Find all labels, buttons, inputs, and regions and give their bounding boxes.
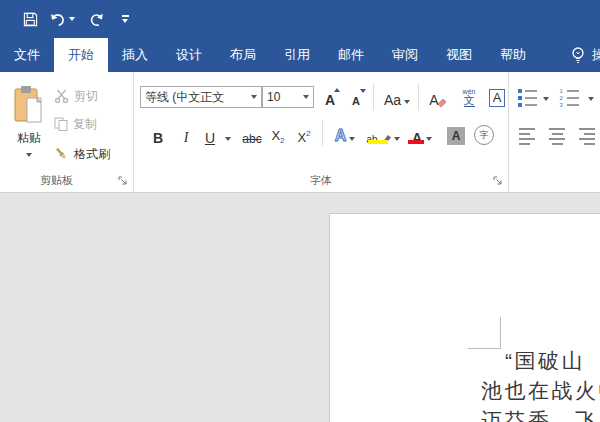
tab-design[interactable]: 设计 (162, 38, 216, 72)
customize-quick-access-icon (122, 15, 129, 23)
save-icon (23, 12, 38, 27)
ribbon-tab-bar: 文件 开始 插入 设计 布局 引用 邮件 审阅 视图 帮助 操作说明搜索 (0, 38, 600, 72)
tab-help[interactable]: 帮助 (486, 38, 540, 72)
redo-button[interactable] (80, 6, 114, 32)
bullets-button[interactable] (515, 86, 539, 108)
change-case-glyph: Aa (384, 93, 401, 107)
title-bar (0, 0, 600, 38)
text-effects-button[interactable]: A (328, 120, 362, 146)
format-painter-label: 格式刷 (74, 146, 110, 163)
clipboard-dialog-launcher[interactable] (117, 175, 129, 187)
numbering-icon: 1 2 3 (560, 89, 579, 107)
underline-button[interactable]: U (200, 120, 220, 146)
change-case-button[interactable]: Aa (380, 86, 414, 108)
undo-icon (49, 12, 66, 27)
character-shading-button[interactable]: A (444, 120, 468, 146)
save-button[interactable] (16, 6, 44, 32)
character-border-button[interactable]: A (484, 86, 510, 108)
tab-file[interactable]: 文件 (0, 38, 54, 72)
cut-button[interactable]: 剪切 (54, 84, 98, 108)
superscript-button[interactable]: X2 (292, 120, 316, 146)
align-center-icon (549, 128, 565, 145)
character-border-glyph: A (489, 89, 506, 107)
format-painter-button[interactable]: 格式刷 (54, 142, 110, 166)
tell-me-search[interactable]: 操作说明搜索 (570, 38, 600, 72)
enclose-characters-button[interactable]: 字 (472, 120, 496, 146)
grow-font-arrow-icon (334, 88, 340, 92)
font-size-combobox[interactable]: 10 (262, 86, 314, 108)
font-name-value: 等线 (中文正文 (145, 89, 224, 106)
underline-dropdown[interactable] (222, 120, 234, 146)
align-left-button[interactable] (515, 120, 539, 146)
change-case-caret (404, 100, 410, 104)
clear-formatting-button[interactable]: A (424, 86, 452, 108)
dialog-launcher-icon (117, 175, 129, 187)
bullets-caret (543, 97, 549, 101)
shrink-font-arrow-icon (360, 89, 366, 93)
document-text-line: 迈芬香，飞 (481, 409, 599, 422)
align-right-button[interactable] (575, 120, 599, 146)
bullets-icon (518, 89, 537, 107)
highlight-caret (394, 137, 400, 141)
tab-review[interactable]: 审阅 (378, 38, 432, 72)
divider (322, 120, 323, 146)
highlight-color-bar (368, 140, 388, 144)
tell-me-label: 操作说明搜索 (592, 46, 600, 64)
document-text-line: “国破山 (505, 349, 585, 372)
shrink-font-button[interactable]: A (344, 86, 368, 108)
tab-view[interactable]: 视图 (432, 38, 486, 72)
eraser-icon (435, 98, 447, 107)
redo-icon (89, 12, 105, 27)
character-shading-glyph: A (447, 127, 465, 145)
align-right-icon (579, 128, 595, 145)
italic-glyph: I (184, 131, 189, 145)
undo-button[interactable] (44, 6, 80, 32)
highlight-button[interactable]: ab (365, 120, 401, 146)
customize-quick-access-button[interactable] (114, 6, 136, 32)
group-font: 等线 (中文正文 10 A A Aa A wén (134, 72, 509, 192)
align-center-button[interactable] (545, 120, 569, 146)
paste-dropdown-caret (26, 153, 32, 157)
tab-references[interactable]: 引用 (270, 38, 324, 72)
tab-insert[interactable]: 插入 (108, 38, 162, 72)
phonetic-guide-button[interactable]: wén 文 (456, 86, 482, 108)
paste-label: 粘贴 (17, 130, 41, 147)
font-color-bar (408, 140, 424, 144)
bold-button[interactable]: B (146, 120, 170, 146)
paste-icon (12, 84, 46, 126)
tab-home[interactable]: 开始 (54, 38, 108, 72)
numbering-dropdown[interactable] (585, 86, 597, 108)
font-dialog-launcher[interactable] (492, 175, 504, 187)
group-paragraph: 1 2 3 (509, 72, 600, 192)
copy-label: 复制 (73, 116, 97, 133)
numbering-button[interactable]: 1 2 3 (557, 86, 581, 108)
font-color-button[interactable]: A (405, 120, 439, 146)
scissors-icon (54, 89, 69, 103)
enclose-characters-glyph: 字 (474, 125, 494, 145)
font-size-caret (303, 95, 309, 99)
text-boundary-crop-mark (500, 317, 501, 348)
align-left-icon (519, 128, 535, 145)
italic-button[interactable]: I (176, 120, 196, 146)
strikethrough-button[interactable]: abc (238, 120, 266, 146)
divider (373, 84, 374, 110)
font-name-caret (251, 95, 257, 99)
tab-mailings[interactable]: 邮件 (324, 38, 378, 72)
font-color-caret (426, 137, 432, 141)
phonetic-guide-icon: wén 文 (463, 88, 476, 107)
tab-layout[interactable]: 布局 (216, 38, 270, 72)
subscript-button[interactable]: X2 (266, 120, 290, 146)
clipboard-group-label: 剪贴板 (0, 173, 113, 188)
grow-font-button[interactable]: A (318, 86, 342, 108)
text-effects-glyph: A (335, 127, 347, 145)
font-name-combobox[interactable]: 等线 (中文正文 (140, 86, 262, 108)
paste-button[interactable]: 粘贴 (5, 84, 53, 178)
document-area: “国破山 池也在战火中 迈芬香，飞 (0, 193, 600, 422)
underline-caret (225, 137, 231, 141)
font-group-label: 字体 (134, 173, 508, 188)
numbering-caret (588, 97, 594, 101)
superscript-glyph: X2 (297, 129, 310, 145)
copy-button[interactable]: 复制 (54, 112, 97, 136)
format-painter-icon (54, 147, 69, 161)
bullets-dropdown[interactable] (540, 86, 552, 108)
